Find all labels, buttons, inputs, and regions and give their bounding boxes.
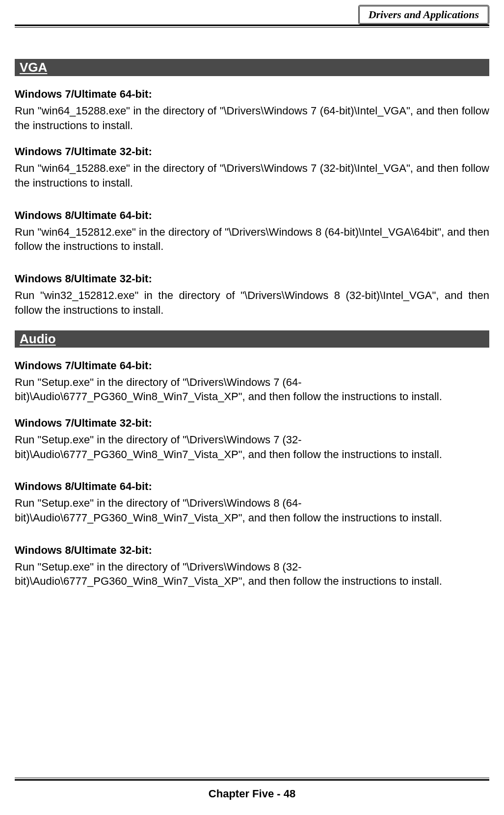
section-title-vga: VGA [15, 59, 489, 76]
entry-body: Run "Setup.exe" in the directory of "\Dr… [15, 375, 489, 404]
entry-heading: Windows 7/Ultimate 32-bit: [15, 417, 489, 430]
document-page: Drivers and Applications VGA Windows 7/U… [0, 0, 504, 815]
entry-heading: Windows 7/Ultimate 32-bit: [15, 145, 489, 158]
entry-vga-win8-32: Windows 8/Ultimate 32-bit: Run "win32_15… [15, 272, 489, 317]
entry-body: Run "Setup.exe" in the directory of "\Dr… [15, 433, 489, 462]
footer-page-label: Chapter Five - 48 [0, 788, 504, 800]
document-content: VGA Windows 7/Ultimate 64-bit: Run "win6… [15, 10, 489, 589]
entry-body: Run "win64_15288.exe" in the directory o… [15, 161, 489, 190]
entry-vga-win7-32: Windows 7/Ultimate 32-bit: Run "win64_15… [15, 145, 489, 190]
entry-audio-win7-64: Windows 7/Ultimate 64-bit: Run "Setup.ex… [15, 359, 489, 404]
entry-vga-win8-64: Windows 8/Ultimate 64-bit: Run "win64_15… [15, 209, 489, 254]
entry-body: Run "Setup.exe" in the directory of "\Dr… [15, 560, 489, 589]
entry-body: Run "win64_15288.exe" in the directory o… [15, 104, 489, 133]
header-badge: Drivers and Applications [358, 5, 489, 25]
section-title-audio: Audio [15, 330, 489, 348]
entry-audio-win8-64: Windows 8/Ultimate 64-bit: Run "Setup.ex… [15, 480, 489, 525]
entry-body: Run "win64_152812.exe" in the directory … [15, 225, 489, 254]
entry-heading: Windows 8/Ultimate 32-bit: [15, 544, 489, 557]
top-horizontal-rule [15, 25, 489, 27]
entry-heading: Windows 7/Ultimate 64-bit: [15, 359, 489, 372]
footer-horizontal-rule [15, 778, 489, 781]
entry-audio-win8-32: Windows 8/Ultimate 32-bit: Run "Setup.ex… [15, 544, 489, 589]
entry-heading: Windows 8/Ultimate 64-bit: [15, 209, 489, 222]
entry-heading: Windows 8/Ultimate 64-bit: [15, 480, 489, 493]
entry-vga-win7-64: Windows 7/Ultimate 64-bit: Run "win64_15… [15, 88, 489, 133]
entry-audio-win7-32: Windows 7/Ultimate 32-bit: Run "Setup.ex… [15, 417, 489, 462]
entry-heading: Windows 8/Ultimate 32-bit: [15, 272, 489, 285]
entry-heading: Windows 7/Ultimate 64-bit: [15, 88, 489, 101]
entry-body: Run "win32_152812.exe" in the directory … [15, 288, 489, 317]
entry-body: Run "Setup.exe" in the directory of "\Dr… [15, 496, 489, 525]
